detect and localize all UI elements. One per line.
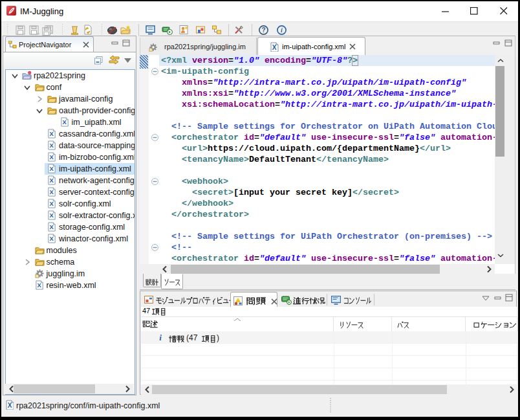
svg-text:X: X: [49, 166, 54, 172]
svg-text:X: X: [49, 201, 54, 207]
svg-text:X: X: [49, 154, 54, 160]
svg-text:i: i: [159, 333, 162, 342]
svg-text:X: X: [37, 282, 41, 289]
svg-text:X: X: [49, 212, 54, 219]
svg-text:?: ?: [261, 27, 265, 34]
svg-text:X: X: [49, 177, 54, 184]
svg-text:X: X: [272, 44, 277, 51]
svg-text:X: X: [62, 119, 67, 126]
svg-text:X: X: [49, 131, 54, 137]
svg-text:X: X: [49, 236, 54, 242]
svg-text:X: X: [8, 402, 12, 409]
svg-text:i: i: [281, 27, 283, 34]
svg-text:X: X: [49, 142, 54, 149]
svg-text:X: X: [49, 189, 54, 195]
svg-text:X: X: [49, 224, 54, 230]
